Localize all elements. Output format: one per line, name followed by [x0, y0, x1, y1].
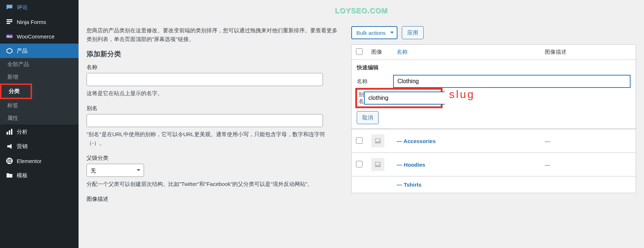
folder-icon: [6, 172, 13, 179]
svg-rect-12: [9, 162, 11, 163]
slug-highlight-box: 别名: [355, 88, 443, 108]
quick-edit-title: 快速编辑: [357, 64, 631, 71]
category-link[interactable]: — Tshirts: [397, 182, 421, 188]
col-image-desc: 图像描述: [540, 45, 636, 60]
svg-rect-6: [9, 130, 10, 135]
add-category-form: 您商店的产品类别在这里修改。要改变前端的类别排序，您可以通过拖拽来对他们重新排序…: [87, 26, 341, 210]
product-icon: [6, 47, 13, 54]
col-name-sort[interactable]: 名称: [397, 49, 408, 55]
quick-edit-name-row: 名称: [357, 75, 631, 88]
sidebar-item-label: WooCommerce: [17, 33, 55, 40]
sidebar-item-elementor[interactable]: Elementor: [0, 154, 79, 168]
form-icon: [6, 18, 13, 25]
qe-name-label: 名称: [357, 78, 393, 85]
sidebar-item-label: 分析: [17, 129, 28, 135]
comment-icon: [6, 4, 13, 11]
thumbnail-placeholder: [371, 158, 384, 171]
submenu-tags[interactable]: 标签: [0, 99, 79, 112]
svg-rect-5: [7, 132, 8, 135]
sidebar-item-ninja-forms[interactable]: Ninja Forms: [0, 15, 79, 29]
intro-text: 您商店的产品类别在这里修改。要改变前端的类别排序，您可以通过拖拽来对他们重新排序…: [87, 26, 341, 44]
sidebar-item-marketing[interactable]: 营销: [0, 139, 79, 154]
qe-slug-input[interactable]: [364, 92, 445, 105]
name-input[interactable]: [87, 73, 323, 86]
desc-empty: —: [545, 162, 550, 168]
apply-button[interactable]: 应用: [402, 26, 424, 39]
sidebar-item-comments[interactable]: 评论: [0, 0, 79, 15]
category-link[interactable]: — Hoodies: [397, 162, 425, 168]
sidebar-item-analytics[interactable]: 分析: [0, 125, 79, 139]
svg-rect-10: [9, 159, 11, 160]
quick-edit-slug-row: 别名: [359, 91, 439, 105]
qe-slug-label: 别名: [359, 91, 364, 105]
slug-help: "别名"是在URL中使用的别称，它可以令URL更美观。通常使用小写，只能包含字母…: [87, 130, 341, 147]
woo-icon: Woo: [6, 33, 13, 40]
name-label: 名称: [87, 64, 341, 71]
bulk-actions-select[interactable]: Bulk actions: [351, 26, 397, 39]
sidebar-item-label: 模板: [17, 172, 28, 179]
col-image: 图像: [367, 45, 392, 60]
add-new-heading: 添加新分类: [87, 49, 341, 59]
image-icon: [374, 137, 381, 145]
sidebar-item-label: 营销: [17, 143, 28, 150]
submenu-all-products[interactable]: 全部产品: [0, 58, 79, 71]
category-list-panel: Bulk actions 应用 图像 名称 图像描述: [351, 26, 636, 210]
slug-annotation: slug: [449, 88, 475, 101]
slug-label: 别名: [87, 105, 341, 112]
field-parent: 父级分类 无 分配一个父类可以创建层次结构。比如"Twitter"和"Faceb…: [87, 155, 341, 188]
watermark: LOYSEO.COM: [335, 7, 388, 15]
svg-rect-9: [8, 159, 8, 163]
megaphone-icon: [6, 143, 13, 150]
submenu-add-new[interactable]: 新增: [0, 71, 79, 84]
table-row: — Accessories —: [352, 129, 636, 153]
thumbnail-placeholder: [371, 134, 384, 147]
admin-sidebar: 评论 Ninja Forms Woo WooCommerce 产品 全部产品 新…: [0, 0, 79, 248]
svg-rect-1: [7, 21, 12, 22]
svg-rect-11: [9, 160, 11, 161]
table-row: — Hoodies —: [352, 153, 636, 176]
svg-text:Woo: Woo: [7, 35, 12, 38]
svg-rect-2: [7, 23, 10, 24]
sidebar-item-products[interactable]: 产品: [0, 44, 79, 58]
sidebar-item-templates[interactable]: 模板: [0, 168, 79, 183]
svg-rect-0: [7, 19, 12, 20]
row-checkbox[interactable]: [356, 161, 363, 167]
cancel-button[interactable]: 取消: [357, 111, 379, 124]
sidebar-item-label: 评论: [17, 4, 28, 11]
products-submenu: 全部产品 新增 分类 标签 属性: [0, 58, 79, 125]
parent-help: 分配一个父类可以创建层次结构。比如"Twitter"和"Facebook"的父分…: [87, 180, 341, 188]
quick-edit-panel: 快速编辑 名称 别名: [352, 60, 636, 129]
sidebar-item-label: Ninja Forms: [17, 19, 46, 25]
svg-rect-7: [11, 129, 12, 135]
categories-table: 图像 名称 图像描述 快速编辑 名称: [351, 44, 636, 193]
slug-input[interactable]: [87, 114, 323, 127]
field-slug: 别名 "别名"是在URL中使用的别称，它可以令URL更美观。通常使用小写，只能包…: [87, 105, 341, 147]
field-name: 名称 这将是它在站点上显示的名字。: [87, 64, 341, 98]
table-row: — Tshirts: [352, 176, 636, 193]
select-all-checkbox[interactable]: [356, 48, 363, 55]
sidebar-item-label: Elementor: [17, 158, 41, 164]
sidebar-item-woocommerce[interactable]: Woo WooCommerce: [0, 29, 79, 44]
name-help: 这将是它在站点上显示的名字。: [87, 89, 341, 98]
elementor-icon: [6, 157, 13, 164]
qe-name-input[interactable]: [393, 75, 631, 88]
sidebar-item-label: 产品: [17, 48, 28, 54]
row-checkbox[interactable]: [356, 137, 363, 144]
submenu-categories[interactable]: 分类: [1, 85, 31, 98]
submenu-attributes[interactable]: 属性: [0, 112, 79, 125]
image-icon: [374, 161, 381, 168]
submenu-categories-highlight: 分类: [0, 84, 79, 99]
main-content: LOYSEO.COM 您商店的产品类别在这里修改。要改变前端的类别排序，您可以通…: [79, 0, 644, 248]
category-link[interactable]: — Accessories: [397, 138, 436, 144]
parent-select[interactable]: 无: [87, 164, 144, 177]
parent-label: 父级分类: [87, 155, 341, 162]
bulk-actions-bar: Bulk actions 应用: [351, 26, 636, 39]
desc-empty: —: [545, 138, 550, 144]
chart-icon: [6, 128, 13, 135]
image-desc-label: 图像描述: [87, 196, 341, 203]
field-image-desc: 图像描述: [87, 196, 341, 203]
